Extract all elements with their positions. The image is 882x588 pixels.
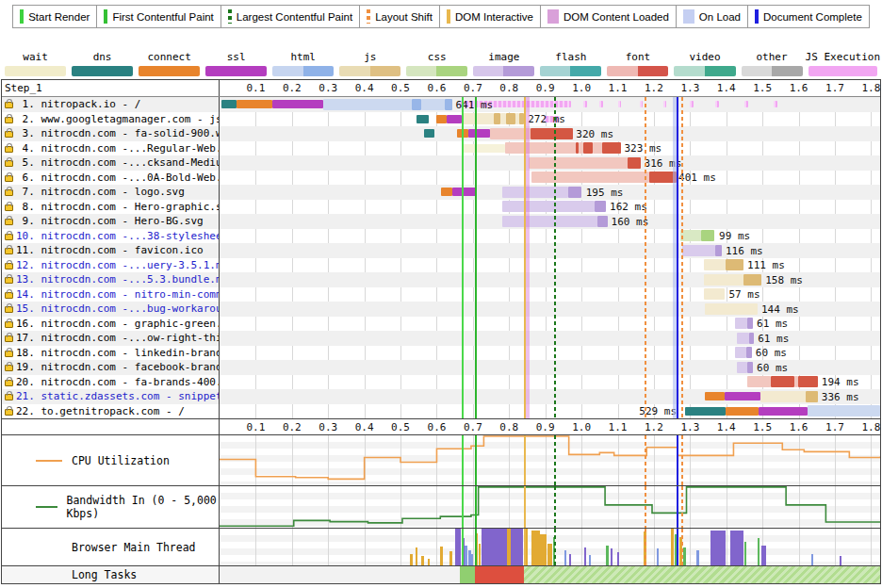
on-load-icon	[683, 9, 694, 24]
request-label[interactable]: 18. nitrocdn.com - linkedin-brands.svg	[16, 347, 219, 359]
request-label[interactable]: 13. nitrocdn.com -...5.3.bundle.min.js	[16, 273, 219, 286]
request-row: 22. to.getnitropack.com - /	[2, 404, 219, 419]
largest-contentful-paint-line	[554, 97, 556, 418]
request-label[interactable]: 15. nitrocdn.com -...bug-workaround.js	[16, 302, 219, 315]
start-render-line	[462, 486, 464, 528]
request-label[interactable]: 19. nitrocdn.com - facebook-brands.svg	[16, 361, 219, 373]
main-thread-spike	[569, 554, 571, 565]
gridline	[436, 529, 437, 565]
waterfall-row: 641 ms	[220, 97, 880, 112]
segment-image2	[597, 216, 607, 227]
request-label[interactable]: 10. nitrocdn.com -...38-stylesheet.css	[16, 230, 219, 242]
axis-tick: 0.8	[499, 421, 518, 433]
segment-font2	[628, 157, 640, 169]
main-thread-spike	[479, 544, 481, 565]
segment-js	[704, 274, 743, 286]
main-thread-chart	[220, 529, 880, 565]
axis-tick: 1.5	[753, 421, 772, 433]
gridline	[727, 529, 727, 565]
request-time-label: 60 ms	[756, 347, 787, 359]
request-row: 2. www.googletagmanager.com - js	[2, 112, 219, 127]
lock-icon	[5, 277, 13, 284]
category-label: font	[604, 51, 671, 63]
request-time-label: 194 ms	[822, 376, 859, 388]
request-label[interactable]: 5. nitrocdn.com -...cksand-Medium.ttf	[16, 156, 219, 169]
segment-ssl	[447, 115, 461, 123]
category-label: flash	[537, 51, 604, 63]
request-time-label: 144 ms	[761, 303, 799, 316]
request-time-label: 401 ms	[678, 172, 716, 184]
axis-tick: 1.4	[717, 421, 736, 433]
request-label[interactable]: 14. nitrocdn.com - nitro-min-common.js	[16, 288, 219, 301]
request-time-label: 116 ms	[726, 245, 763, 257]
legend-item-document-complete: Document Complete	[748, 5, 870, 28]
main-thread-spike	[421, 556, 423, 565]
category-swatch	[540, 66, 601, 76]
gridline	[799, 529, 800, 565]
lock-icon	[5, 234, 13, 240]
main-thread-spike	[410, 554, 413, 565]
request-time-label: 195 ms	[586, 187, 624, 199]
resource-type-legend: waitdnsconnectsslhtmljscssimageflashfont…	[0, 51, 882, 76]
lock-icon	[5, 160, 13, 167]
request-label[interactable]: 1. nitropack.io - /	[16, 98, 140, 110]
request-label[interactable]: 16. nitrocdn.com - graphic-green.svg	[16, 318, 219, 330]
waterfall-row: 195 ms	[220, 185, 880, 200]
segment-exec	[583, 101, 587, 107]
axis-tick: 1.7	[825, 421, 844, 433]
segment-css2	[701, 230, 715, 241]
lock-icon	[5, 175, 13, 182]
lock-icon	[5, 248, 13, 254]
request-label[interactable]: 21. static.zdassets.com - snippet.js	[16, 390, 219, 402]
waterfall-row: 323 ms	[220, 141, 880, 156]
start-render-line	[462, 529, 464, 565]
request-label[interactable]: 9. nitrocdn.com - Hero-BG.svg	[16, 215, 204, 227]
request-label[interactable]: 17. nitrocdn.com -...ow-right-thin.svg	[16, 332, 219, 344]
request-label[interactable]: 7. nitrocdn.com - logo.svg	[16, 186, 185, 198]
request-label[interactable]: 4. nitrocdn.com -...Regular-Web.woff2	[16, 142, 219, 155]
request-label[interactable]: 6. nitrocdn.com -...0A-Bold-Web.woff2	[16, 172, 219, 184]
waterfall-row: 116 ms	[220, 243, 880, 258]
segment-dns	[685, 407, 726, 416]
request-label[interactable]: 8. nitrocdn.com - Hero-graphic.svg	[16, 201, 219, 213]
waterfall-row: 111 ms	[220, 258, 880, 273]
layout-shift-line-1	[645, 529, 646, 565]
segment-image2	[715, 245, 722, 256]
main-thread-spike	[440, 547, 443, 565]
request-label[interactable]: 20. nitrocdn.com - fa-brands-400.woff2	[16, 376, 219, 388]
dom-content-loaded-icon	[547, 9, 559, 24]
request-label[interactable]: 22. to.getnitropack.com - /	[16, 405, 185, 417]
segment-font2	[531, 128, 573, 139]
legend-item-label: Start Render	[28, 11, 90, 23]
lock-icon	[5, 292, 13, 299]
axis-tick: 1.4	[717, 82, 736, 94]
dom-interactive-icon	[447, 9, 450, 24]
long-task-segment	[475, 566, 524, 583]
axis-tick: 1.8	[861, 421, 880, 433]
segment-ssl	[452, 188, 476, 196]
gridline	[835, 529, 836, 565]
bandwidth-chart	[220, 486, 880, 528]
category-swatch	[72, 66, 133, 76]
lock-icon	[5, 335, 13, 342]
axis-tick: 0.3	[318, 421, 337, 433]
category-swatch	[607, 66, 668, 76]
request-label[interactable]: 3. nitrocdn.com - fa-solid-900.woff2	[16, 127, 219, 139]
axis-tick: 1.8	[861, 82, 880, 94]
category-other: other	[739, 51, 806, 76]
category-swatch	[5, 66, 66, 76]
waterfall-row: 158 ms	[220, 272, 880, 287]
main-thread-spike	[758, 538, 760, 565]
first-contentful-paint-line	[475, 97, 477, 418]
request-time-label: 61 ms	[758, 333, 789, 345]
request-label[interactable]: 2. www.googletagmanager.com - js	[16, 113, 219, 125]
document-complete-line	[677, 529, 678, 565]
request-label[interactable]: 11. nitrocdn.com - favicon.ico	[16, 244, 204, 256]
axis-tick: 1.1	[609, 421, 628, 433]
cpu-utilization-label: CPU Utilization	[2, 435, 219, 485]
request-label[interactable]: 12. nitrocdn.com -...uery-3.5.1.min.js	[16, 259, 219, 271]
category-swatch	[742, 66, 803, 76]
legend-item-start-render: Start Render	[12, 5, 97, 28]
start-render-line	[462, 435, 464, 485]
segment-font	[593, 142, 602, 154]
